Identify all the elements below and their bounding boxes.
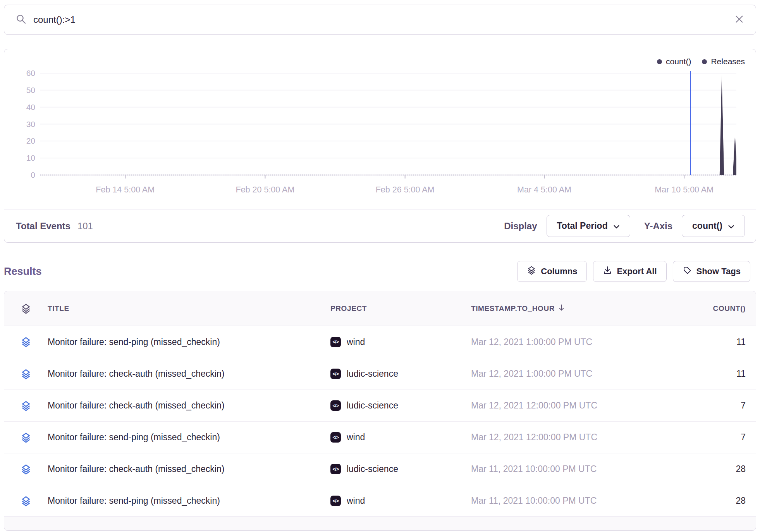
display-dropdown[interactable]: Total Period (547, 215, 630, 237)
total-events-label: Total Events (16, 221, 70, 232)
table-footer (4, 516, 756, 530)
svg-text:20: 20 (26, 136, 35, 145)
export-all-button-label: Export All (617, 266, 657, 276)
show-tags-button-label: Show Tags (696, 266, 741, 276)
project-name: wind (347, 337, 365, 347)
legend-label: count() (666, 57, 691, 66)
event-title[interactable]: Monitor failure: check-auth (missed_chec… (48, 369, 330, 379)
clear-search-icon[interactable] (734, 14, 744, 26)
svg-text:Feb 20 5:00 AM: Feb 20 5:00 AM (236, 185, 295, 194)
layers-icon (4, 303, 48, 314)
legend-dot-icon (702, 59, 707, 64)
project-cell: </> wind (330, 337, 471, 347)
event-count: 11 (672, 369, 756, 379)
column-header-project[interactable]: PROJECT (330, 304, 471, 313)
events-chart[interactable]: 0102030405060Feb 14 5:00 AMFeb 20 5:00 A… (4, 49, 756, 209)
display-label: Display (504, 221, 537, 232)
event-count: 11 (672, 337, 756, 347)
table-row[interactable]: Monitor failure: check-auth (missed_chec… (4, 390, 756, 421)
platform-icon: </> (330, 464, 341, 474)
yaxis-dropdown-value: count() (692, 221, 722, 231)
platform-icon: </> (330, 400, 341, 411)
svg-text:Mar 4 5:00 AM: Mar 4 5:00 AM (517, 185, 571, 194)
table-row[interactable]: Monitor failure: send-ping (missed_check… (4, 421, 756, 453)
event-timestamp: Mar 12, 2021 12:00:00 PM UTC (471, 400, 672, 411)
platform-icon: </> (330, 496, 341, 506)
table-row[interactable]: Monitor failure: send-ping (missed_check… (4, 485, 756, 517)
show-tags-button[interactable]: Show Tags (673, 261, 751, 282)
event-title[interactable]: Monitor failure: send-ping (missed_check… (48, 432, 330, 443)
chevron-down-icon (613, 221, 620, 232)
event-title[interactable]: Monitor failure: send-ping (missed_check… (48, 496, 330, 506)
results-bar: Results Columns Export All (4, 261, 750, 282)
column-header-title[interactable]: TITLE (48, 304, 330, 313)
event-title[interactable]: Monitor failure: check-auth (missed_chec… (48, 464, 330, 474)
project-name: ludic-science (347, 369, 398, 379)
column-header-count[interactable]: COUNT() (672, 304, 756, 313)
svg-text:60: 60 (26, 69, 35, 77)
chevron-down-icon (728, 221, 734, 232)
results-buttons: Columns Export All Show Tags (517, 261, 750, 282)
svg-text:0: 0 (31, 170, 35, 179)
legend-dot-icon (657, 59, 662, 64)
event-timestamp: Mar 11, 2021 10:00:00 PM UTC (471, 464, 672, 474)
project-cell: </> ludic-science (330, 400, 471, 411)
event-timestamp: Mar 12, 2021 1:00:00 PM UTC (471, 337, 672, 347)
search-input[interactable] (33, 14, 734, 25)
project-name: wind (347, 496, 365, 506)
search-icon (16, 14, 26, 26)
event-timestamp: Mar 11, 2021 10:00:00 PM UTC (471, 496, 672, 506)
tag-icon (683, 266, 692, 277)
svg-text:40: 40 (26, 103, 35, 112)
svg-text:50: 50 (26, 86, 35, 94)
table-row[interactable]: Monitor failure: send-ping (missed_check… (4, 326, 756, 358)
table-header: TITLE PROJECT TIMESTAMP.TO_HOUR COUNT() (4, 291, 756, 326)
event-title[interactable]: Monitor failure: send-ping (missed_check… (48, 337, 330, 347)
platform-icon: </> (330, 369, 341, 379)
event-timestamp: Mar 12, 2021 12:00:00 PM UTC (471, 432, 672, 443)
svg-text:10: 10 (26, 153, 35, 162)
table-row[interactable]: Monitor failure: check-auth (missed_chec… (4, 358, 756, 390)
layers-icon (4, 336, 48, 347)
display-dropdown-value: Total Period (557, 221, 608, 231)
columns-button[interactable]: Columns (517, 261, 587, 282)
total-events: Total Events 101 (16, 221, 93, 232)
chart-controls: Display Total Period Y-Axis count() (504, 215, 745, 237)
count-spike (733, 134, 738, 175)
sort-descending-icon (558, 304, 565, 314)
column-header-timestamp[interactable]: TIMESTAMP.TO_HOUR (471, 304, 672, 314)
table-body: Monitor failure: send-ping (missed_check… (4, 326, 756, 517)
project-name: ludic-science (347, 464, 398, 474)
event-timestamp: Mar 12, 2021 1:00:00 PM UTC (471, 369, 672, 379)
project-cell: </> ludic-science (330, 369, 471, 379)
layers-icon (4, 369, 48, 379)
event-count: 28 (672, 496, 756, 506)
chart-legend: count() Releases (657, 57, 745, 66)
svg-text:Mar 10 5:00 AM: Mar 10 5:00 AM (655, 185, 714, 194)
table-row[interactable]: Monitor failure: check-auth (missed_chec… (4, 453, 756, 485)
platform-icon: </> (330, 337, 341, 347)
results-table: TITLE PROJECT TIMESTAMP.TO_HOUR COUNT() … (4, 291, 756, 531)
project-cell: </> ludic-science (330, 464, 471, 474)
project-cell: </> wind (330, 432, 471, 443)
project-name: wind (347, 432, 365, 443)
event-count: 28 (672, 464, 756, 474)
results-heading: Results (4, 266, 42, 278)
total-events-value: 101 (77, 221, 93, 232)
layers-icon (4, 432, 48, 443)
svg-text:Feb 26 5:00 AM: Feb 26 5:00 AM (376, 185, 435, 194)
legend-item-count[interactable]: count() (657, 57, 691, 66)
event-count: 7 (672, 400, 756, 411)
columns-button-label: Columns (541, 266, 577, 276)
layers-icon (4, 400, 48, 411)
layers-icon (4, 464, 48, 475)
download-icon (603, 266, 612, 277)
layers-icon (527, 266, 536, 277)
search-bar[interactable] (4, 5, 756, 35)
event-count: 7 (672, 432, 756, 443)
yaxis-dropdown[interactable]: count() (682, 215, 745, 237)
platform-icon: </> (330, 432, 341, 443)
legend-item-releases[interactable]: Releases (702, 57, 745, 66)
event-title[interactable]: Monitor failure: check-auth (missed_chec… (48, 400, 330, 411)
export-all-button[interactable]: Export All (593, 261, 666, 282)
